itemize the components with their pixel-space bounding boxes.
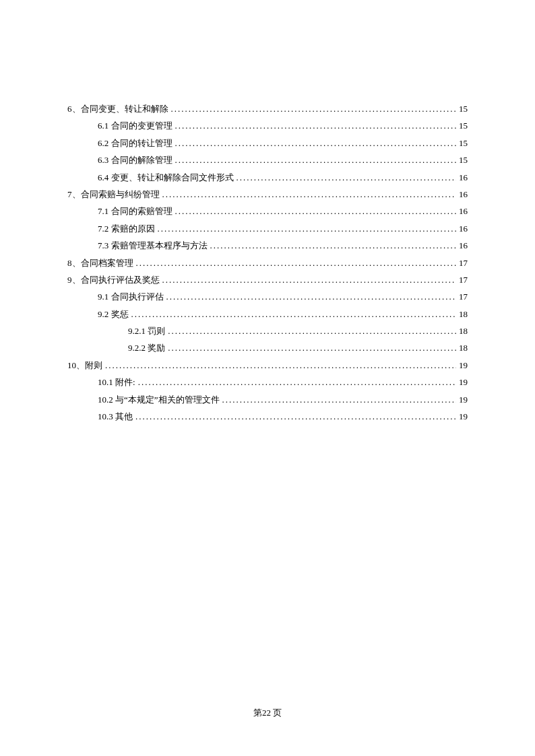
document-page: 6、合同变更、转让和解除 15 6.1 合同的变更管理 15 6.2 合同的转让… [0, 0, 535, 466]
toc-label: 9、合同执行评估及奖惩 [67, 272, 160, 287]
toc-page: 15 [459, 101, 468, 116]
toc-page: 19 [459, 392, 468, 407]
toc-label: 7.2 索赔的原因 [98, 221, 155, 236]
toc-label: 9.2 奖惩 [98, 306, 129, 322]
toc-label: 6.2 合同的转让管理 [98, 135, 172, 151]
toc-leader [175, 203, 457, 219]
toc-leader [131, 306, 457, 322]
toc-page: 16 [459, 238, 468, 253]
toc-entry: 7.3 索赔管理基本程序与方法 16 [67, 238, 468, 253]
toc-leader [136, 255, 457, 271]
toc-leader [138, 374, 456, 390]
toc-entry: 10.3 其他 19 [67, 409, 468, 424]
toc-leader [162, 272, 457, 287]
toc-page: 17 [459, 272, 468, 287]
toc-entry: 6.4 变更、转让和解除合同文件形式 16 [67, 170, 468, 185]
toc-page: 15 [459, 118, 468, 133]
toc-label: 6.3 合同的解除管理 [98, 152, 172, 168]
toc-entry: 10.1 附件: 19 [67, 374, 468, 390]
toc-page: 19 [459, 374, 468, 390]
toc-leader [168, 340, 456, 355]
page-footer: 第22 页 [0, 707, 535, 719]
toc-leader [162, 186, 457, 202]
page-number-label: 第22 页 [253, 708, 282, 718]
toc-leader [237, 170, 457, 185]
toc-label: 6、合同变更、转让和解除 [67, 101, 168, 116]
toc-leader [175, 135, 457, 151]
toc-leader [135, 409, 456, 424]
toc-page: 16 [459, 203, 468, 219]
toc-label: 6.4 变更、转让和解除合同文件形式 [98, 170, 234, 185]
table-of-contents: 6、合同变更、转让和解除 15 6.1 合同的变更管理 15 6.2 合同的转让… [67, 101, 468, 424]
toc-leader [175, 118, 457, 133]
toc-label: 10、附则 [67, 357, 102, 373]
toc-page: 18 [459, 340, 468, 355]
toc-page: 19 [459, 357, 468, 373]
toc-entry: 9、合同执行评估及奖惩 17 [67, 272, 468, 287]
toc-label: 10.1 附件: [98, 374, 135, 390]
toc-leader [158, 221, 457, 236]
toc-label: 8、合同档案管理 [67, 255, 133, 271]
toc-label: 6.1 合同的变更管理 [98, 118, 172, 133]
toc-page: 15 [459, 135, 468, 151]
toc-label: 10.3 其他 [98, 409, 133, 424]
toc-entry: 7、合同索赔与纠纷管理 16 [67, 186, 468, 202]
toc-page: 19 [459, 409, 468, 424]
toc-leader [166, 289, 457, 304]
toc-page: 18 [459, 306, 468, 322]
toc-page: 16 [459, 170, 468, 185]
toc-leader [171, 101, 457, 116]
toc-entry: 6.3 合同的解除管理 15 [67, 152, 468, 168]
toc-leader [175, 152, 457, 168]
toc-page: 16 [459, 186, 468, 202]
toc-label: 7.1 合同的索赔管理 [98, 203, 172, 219]
toc-entry: 9.2.1 罚则 18 [67, 323, 468, 339]
toc-leader [210, 238, 457, 253]
toc-label: 9.1 合同执行评估 [98, 289, 164, 304]
toc-leader [222, 392, 456, 407]
toc-label: 7、合同索赔与纠纷管理 [67, 186, 160, 202]
toc-label: 7.3 索赔管理基本程序与方法 [98, 238, 208, 253]
toc-entry: 7.2 索赔的原因 16 [67, 221, 468, 236]
toc-entry: 6、合同变更、转让和解除 15 [67, 101, 468, 116]
toc-label: 9.2.2 奖励 [128, 340, 165, 355]
toc-page: 16 [459, 221, 468, 236]
toc-page: 15 [459, 152, 468, 168]
toc-label: 10.2 与“本规定”相关的管理文件 [98, 392, 220, 407]
toc-leader [105, 357, 456, 373]
toc-entry: 6.2 合同的转让管理 15 [67, 135, 468, 151]
toc-entry: 9.2.2 奖励 18 [67, 340, 468, 355]
toc-entry: 10.2 与“本规定”相关的管理文件 19 [67, 392, 468, 407]
toc-page: 17 [459, 289, 468, 304]
toc-leader [168, 323, 456, 339]
toc-entry: 9.1 合同执行评估 17 [67, 289, 468, 304]
toc-entry: 9.2 奖惩 18 [67, 306, 468, 322]
toc-entry: 10、附则 19 [67, 357, 468, 373]
toc-page: 18 [459, 323, 468, 339]
toc-entry: 7.1 合同的索赔管理 16 [67, 203, 468, 219]
toc-entry: 8、合同档案管理 17 [67, 255, 468, 271]
toc-page: 17 [459, 255, 468, 271]
toc-entry: 6.1 合同的变更管理 15 [67, 118, 468, 133]
toc-label: 9.2.1 罚则 [128, 323, 165, 339]
